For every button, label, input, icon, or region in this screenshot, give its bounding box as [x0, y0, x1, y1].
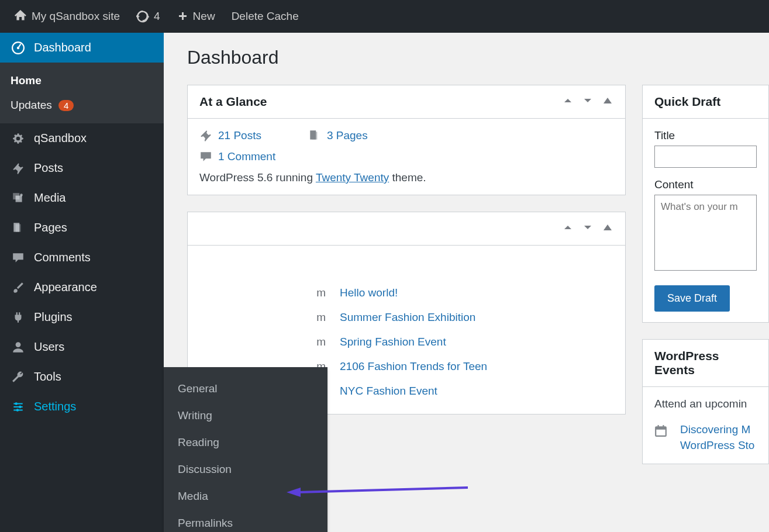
activity-link[interactable]: 2106 Fashion Trends for Teen	[340, 360, 487, 373]
comment-icon	[199, 150, 212, 163]
updates-label: Updates	[11, 99, 52, 111]
svg-rect-12	[663, 425, 664, 427]
media-icon	[11, 192, 26, 205]
move-down-icon[interactable]	[582, 95, 594, 109]
glance-pages[interactable]: 3 Pages	[308, 129, 368, 142]
activity-link[interactable]: Summer Fashion Exhibition	[340, 311, 475, 324]
svg-point-6	[15, 402, 18, 405]
widget-title: WordPress Events	[654, 349, 757, 377]
menu-settings[interactable]: Settings	[0, 392, 164, 422]
site-name: My qSandbox site	[32, 10, 120, 23]
flyout-permalinks[interactable]: Permalinks	[164, 510, 327, 532]
menu-label: Posts	[34, 161, 63, 175]
pin-icon	[199, 129, 212, 142]
menu-label: qSandbox	[34, 132, 87, 145]
menu-comments[interactable]: Comments	[0, 243, 164, 272]
title-input[interactable]	[654, 146, 757, 168]
menu-posts[interactable]: Posts	[0, 153, 164, 183]
at-a-glance-widget: At a Glance 21 Posts	[187, 85, 626, 195]
svg-rect-11	[658, 425, 659, 427]
sliders-icon	[11, 400, 26, 413]
updates-link[interactable]: 4	[128, 0, 168, 33]
quick-draft-widget: Quick Draft Title Content Save Draft	[642, 85, 769, 323]
flyout-writing[interactable]: Writing	[164, 402, 327, 429]
svg-point-3	[17, 46, 19, 49]
event-link[interactable]: WordPress Sto	[680, 439, 754, 451]
page-title: Dashboard	[187, 47, 769, 68]
svg-point-7	[19, 405, 21, 407]
glance-comments[interactable]: 1 Comment	[199, 150, 275, 163]
wp-version-line: WordPress 5.6 running Twenty Twenty them…	[199, 171, 613, 184]
menu-label: Comments	[34, 251, 91, 264]
wrench-icon	[11, 371, 26, 384]
new-content-link[interactable]: New	[168, 0, 223, 33]
flyout-general[interactable]: General	[164, 375, 327, 402]
activity-link[interactable]: NYC Fashion Event	[340, 385, 437, 398]
menu-pages[interactable]: Pages	[0, 213, 164, 243]
save-draft-button[interactable]: Save Draft	[654, 285, 730, 312]
move-up-icon[interactable]	[562, 222, 574, 236]
theme-link[interactable]: Twenty Twenty	[316, 171, 389, 184]
widget-handle-actions	[562, 95, 613, 109]
pages-icon	[11, 222, 26, 234]
activity-row: mSpring Fashion Event	[199, 330, 613, 354]
events-intro: Attend an upcomin	[654, 398, 757, 410]
submenu-home[interactable]: Home	[0, 68, 164, 93]
flyout-reading[interactable]: Reading	[164, 429, 327, 456]
comments-link: 1 Comment	[218, 150, 275, 163]
activity-link[interactable]: Hello world!	[340, 286, 398, 299]
svg-point-5	[16, 342, 21, 347]
calendar-icon	[654, 424, 667, 437]
widget-handle-actions	[562, 222, 613, 236]
menu-dashboard[interactable]: Dashboard	[0, 33, 164, 63]
event-link[interactable]: Discovering M	[680, 423, 750, 436]
svg-point-8	[16, 409, 19, 411]
site-link[interactable]: My qSandbox site	[6, 0, 128, 33]
toggle-icon[interactable]	[602, 222, 613, 236]
toggle-icon[interactable]	[602, 95, 613, 109]
menu-tools[interactable]: Tools	[0, 362, 164, 392]
gear-icon	[11, 132, 26, 145]
menu-users[interactable]: Users	[0, 332, 164, 362]
delete-cache-link[interactable]: Delete Cache	[223, 0, 307, 33]
pages-icon	[308, 129, 321, 142]
glance-posts[interactable]: 21 Posts	[199, 129, 261, 142]
content-textarea[interactable]	[654, 195, 757, 271]
content-label: Content	[654, 178, 757, 191]
submenu-updates[interactable]: Updates 4	[0, 93, 164, 118]
dashboard-icon	[11, 42, 26, 54]
plus-icon	[177, 11, 188, 22]
menu-appearance[interactable]: Appearance	[0, 272, 164, 302]
move-up-icon[interactable]	[562, 95, 574, 109]
menu-label: Tools	[34, 370, 61, 384]
move-down-icon[interactable]	[582, 222, 594, 236]
activity-row: mHello world!	[199, 281, 613, 305]
new-label: New	[193, 10, 215, 23]
admin-sidebar: Dashboard Home Updates 4 qSandbox Posts …	[0, 33, 164, 532]
menu-qsandbox[interactable]: qSandbox	[0, 123, 164, 153]
pin-icon	[11, 162, 26, 175]
title-label: Title	[654, 129, 757, 142]
plugin-icon	[11, 311, 26, 324]
widget-title: Quick Draft	[654, 95, 720, 109]
settings-flyout: General Writing Reading Discussion Media…	[164, 367, 327, 532]
activity-row: mSummer Fashion Exhibition	[199, 305, 613, 330]
events-widget: WordPress Events Attend an upcomin Disco…	[642, 339, 769, 464]
menu-media[interactable]: Media	[0, 183, 164, 213]
flyout-media[interactable]: Media	[164, 483, 327, 510]
event-row: Discovering M WordPress Sto	[654, 422, 757, 453]
activity-link[interactable]: Spring Fashion Event	[340, 336, 446, 348]
menu-label: Media	[34, 191, 65, 205]
menu-label: Appearance	[34, 281, 97, 294]
updates-badge: 4	[58, 100, 74, 111]
flyout-discussion[interactable]: Discussion	[164, 456, 327, 483]
update-count: 4	[154, 10, 160, 23]
widget-title: At a Glance	[199, 95, 267, 109]
comment-icon	[11, 251, 26, 264]
pages-link: 3 Pages	[327, 129, 368, 142]
menu-label: Users	[34, 340, 64, 354]
svg-point-4	[20, 194, 22, 196]
menu-plugins[interactable]: Plugins	[0, 302, 164, 332]
menu-label: Settings	[34, 400, 76, 413]
home-icon	[14, 10, 27, 23]
